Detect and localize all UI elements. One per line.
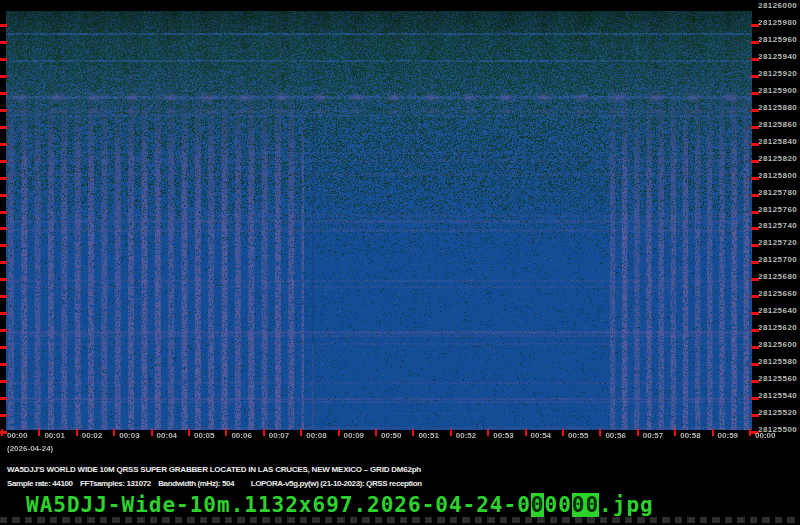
freq-tick-left [0,227,7,230]
time-label: 00:07 [269,431,289,440]
filename-text: WA5DJJ-Wide-10m.1132x697.2026-04-24-0000… [26,495,654,516]
qrss-grabber-screenshot: { "frequency_axis": { "labels": ["281260… [0,0,800,525]
freq-tick-left [0,244,7,247]
freq-tick-left [0,363,7,366]
time-label: 00:58 [680,431,700,440]
freq-tick-right [751,58,759,61]
freq-tick-left [0,261,7,264]
freq-tick-right [751,126,759,129]
freq-tick-right [751,75,759,78]
spectrogram-waterfall [6,11,752,430]
freq-label: 28125800 [758,172,797,180]
freq-tick-left [0,109,7,112]
filename-prefix: WA5DJJ-Wide-10m.1132x697.2026-04-24- [26,493,517,517]
freq-tick-left [0,312,7,315]
time-label: 00:00 [7,431,27,440]
freq-tick-left [0,380,7,383]
time-tick [113,429,115,436]
time-label: 00:09 [344,431,364,440]
freq-tick-right [751,312,759,315]
time-tick [487,429,489,436]
filename-timestamp: 000000 [517,493,599,517]
filename-suffix: .jpg [599,493,654,517]
time-label: 00:55 [568,431,588,440]
time-tick [151,429,153,436]
freq-label: 28125980 [758,19,797,27]
freq-label: 28125760 [758,206,797,214]
freq-tick-right [751,109,759,112]
freq-tick-left [0,143,7,146]
time-label: 00:01 [44,431,64,440]
freq-tick-right [751,278,759,281]
freq-label: 28125620 [758,324,797,332]
freq-tick-left [0,75,7,78]
capture-params-line: Sample rate: 44100 FFTsamples: 131072 Ba… [7,479,422,488]
freq-tick-right [751,295,759,298]
freq-tick-left [0,160,7,163]
freq-label: 28125660 [758,290,797,298]
freq-tick-left [0,397,7,400]
time-tick [1,429,3,436]
time-label: 00:52 [456,431,476,440]
time-label: 00:50 [381,431,401,440]
freq-tick-right [751,261,759,264]
freq-tick-right [751,363,759,366]
freq-tick-left [0,295,7,298]
freq-tick-right [751,346,759,349]
time-label: 00:05 [194,431,214,440]
time-tick [300,429,302,436]
time-label: 00:57 [643,431,663,440]
freq-label: 28125900 [758,87,797,95]
time-label: 00:59 [718,431,738,440]
freq-label: 28125880 [758,104,797,112]
time-tick [188,429,190,436]
freq-tick-left [0,414,7,417]
time-tick [76,429,78,436]
time-label: 00:56 [605,431,625,440]
freq-tick-right [751,160,759,163]
freq-tick-left [0,126,7,129]
freq-label: 28125600 [758,341,797,349]
freq-tick-right [751,92,759,95]
time-tick [599,429,601,436]
freq-label: 28125640 [758,307,797,315]
freq-tick-left [0,58,7,61]
freq-label: 28125580 [758,358,797,366]
freq-tick-left [0,278,7,281]
freq-tick-left [0,41,7,44]
freq-tick-right [751,329,759,332]
freq-label: 28126000 [758,2,797,10]
time-tick [637,429,639,436]
freq-label: 28125860 [758,121,797,129]
time-tick [263,429,265,436]
freq-tick-left [0,346,7,349]
freq-tick-right [751,194,759,197]
freq-label: 28125780 [758,189,797,197]
time-tick [338,429,340,436]
freq-tick-left [0,24,7,27]
freq-label: 28125540 [758,392,797,400]
time-label: 00:04 [157,431,177,440]
time-label: 00:00 [755,431,775,440]
date-label: (2026-04-24) [7,444,53,453]
time-label: 00:02 [82,431,102,440]
freq-label: 28125520 [758,409,797,417]
time-tick [225,429,227,436]
freq-label: 28125960 [758,36,797,44]
time-tick [525,429,527,436]
freq-label: 28125740 [758,222,797,230]
freq-label: 28125680 [758,273,797,281]
freq-label: 28125940 [758,53,797,61]
time-label: 00:03 [119,431,139,440]
time-label: 00:08 [306,431,326,440]
time-tick [749,429,751,436]
freq-tick-right [751,177,759,180]
time-tick [712,429,714,436]
freq-tick-left [0,194,7,197]
freq-tick-left [0,211,7,214]
freq-tick-right [751,380,759,383]
freq-label: 28125840 [758,138,797,146]
time-tick [450,429,452,436]
time-tick [562,429,564,436]
freq-tick-right [751,211,759,214]
